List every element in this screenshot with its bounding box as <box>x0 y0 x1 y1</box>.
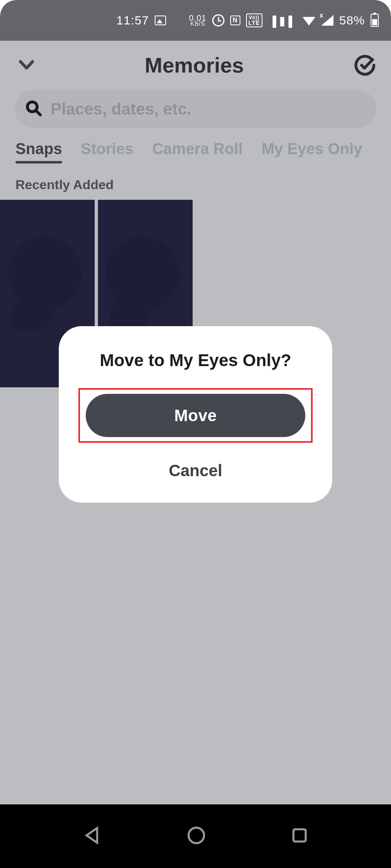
cancel-button[interactable]: Cancel <box>75 443 316 480</box>
svg-rect-4 <box>293 829 306 841</box>
svg-point-3 <box>189 828 204 843</box>
cell-signal-icon: x <box>321 15 333 26</box>
move-to-my-eyes-only-dialog: Move to My Eyes Only? Move Cancel <box>59 326 332 503</box>
svg-marker-2 <box>87 828 97 843</box>
data-rate-unit: KB/S <box>191 22 205 27</box>
alarm-icon <box>212 14 224 27</box>
system-nav-bar <box>0 804 391 868</box>
battery-icon <box>371 14 379 27</box>
statusbar-time: 11:57 <box>116 13 149 27</box>
status-bar: 11:57 0.01 KB/S N Vo)) LTE ❚▮❚ x 58% <box>0 0 391 41</box>
dialog-title: Move to My Eyes Only? <box>75 351 316 370</box>
vibrate-icon: ❚▮❚ <box>269 13 295 28</box>
annotation-highlight: Move <box>78 388 313 443</box>
wifi-icon <box>302 17 315 26</box>
battery-percent: 58% <box>339 13 365 27</box>
nfc-icon: N <box>230 15 240 25</box>
move-button[interactable]: Move <box>86 394 305 437</box>
nav-home-icon[interactable] <box>187 826 206 847</box>
volte-icon: Vo)) LTE <box>246 13 262 27</box>
nav-recent-icon[interactable] <box>291 827 308 845</box>
image-icon <box>155 15 166 25</box>
nav-back-icon[interactable] <box>83 826 101 846</box>
data-rate-indicator: 0.01 KB/S <box>189 15 207 27</box>
phone-frame: 11:57 0.01 KB/S N Vo)) LTE ❚▮❚ x 58% Mem… <box>0 0 391 868</box>
